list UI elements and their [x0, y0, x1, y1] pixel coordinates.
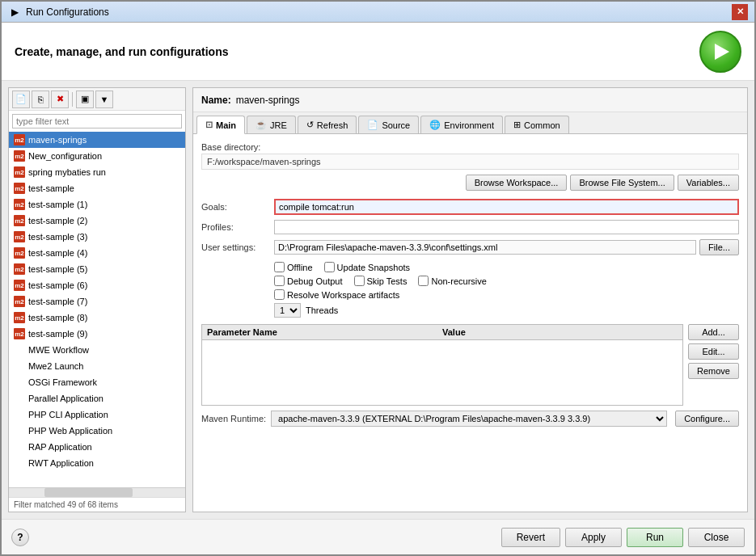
name-label: Name: [201, 95, 231, 106]
list-item[interactable]: m2 test-sample (7) [9, 293, 185, 310]
run-icon-button[interactable] [699, 31, 741, 73]
run-configurations-window: ▶ Run Configurations ✕ Create, manage, a… [0, 0, 756, 556]
filter-input[interactable] [12, 114, 182, 128]
revert-button[interactable]: Revert [501, 528, 560, 547]
config-item-label: PHP Web Application [28, 426, 112, 436]
view-menu-button[interactable]: ▼ [95, 91, 113, 108]
list-item[interactable]: Parallel Application [9, 390, 185, 406]
list-item[interactable]: RAP Application [9, 439, 185, 455]
list-item[interactable]: m2 test-sample (6) [9, 277, 185, 293]
resolve-workspace-label: Resolve Workspace artifacts [287, 290, 399, 300]
name-value: maven-springs [236, 95, 300, 106]
list-item[interactable]: MWE Workflow [9, 342, 185, 358]
maven-runtime-row: Maven Runtime: apache-maven-3.3.9 (EXTER… [201, 411, 739, 427]
debug-output-label: Debug Output [287, 276, 343, 286]
parameter-table-body[interactable] [202, 340, 682, 405]
profiles-label: Profiles: [201, 222, 274, 232]
horizontal-scrollbar[interactable] [9, 487, 185, 497]
list-item[interactable]: m2 test-sample (8) [9, 310, 185, 326]
config-item-label: test-sample (7) [28, 297, 87, 306]
header-title: Create, manage, and run configurations [15, 45, 229, 58]
config-list: m2 maven-springs m2 New_configuration m2… [9, 132, 185, 487]
window-title: Run Configurations [26, 6, 732, 18]
file-button[interactable]: File... [699, 239, 739, 255]
variables-button[interactable]: Variables... [678, 175, 739, 191]
resolve-workspace-checkbox[interactable] [274, 289, 285, 300]
goals-row: Goals: [201, 199, 739, 215]
tab-refresh[interactable]: ↺ Refresh [298, 116, 357, 133]
source-tab-icon: 📄 [367, 120, 378, 130]
config-item-label: RAP Application [28, 442, 92, 452]
config-item-label: OSGi Framework [28, 377, 97, 387]
new-config-button[interactable]: 📄 [12, 91, 30, 108]
tab-jre[interactable]: ☕ JRE [247, 116, 296, 133]
config-item-label: test-sample (6) [28, 280, 87, 290]
list-item[interactable]: m2 spring mybaties run [9, 164, 185, 180]
add-parameter-button[interactable]: Add... [688, 324, 739, 340]
tab-source[interactable]: 📄 Source [358, 116, 419, 133]
apply-button[interactable]: Apply [565, 528, 622, 547]
tab-main[interactable]: ⊡ Main [196, 116, 245, 134]
skip-tests-label: Skip Tests [367, 276, 408, 286]
edit-parameter-button[interactable]: Edit... [688, 343, 739, 360]
m2-icon: m2 [14, 263, 25, 275]
config-item-label: test-sample (4) [28, 248, 87, 258]
goals-input[interactable] [274, 199, 739, 215]
list-item[interactable]: m2 test-sample (9) [9, 326, 185, 342]
user-settings-input[interactable] [274, 240, 696, 255]
resolve-workspace-checkbox-item: Resolve Workspace artifacts [274, 289, 399, 300]
list-item[interactable]: m2 test-sample (4) [9, 245, 185, 261]
config-item-label: New_configuration [28, 151, 102, 161]
delete-config-button[interactable]: ✖ [51, 91, 69, 108]
tab-environment[interactable]: 🌐 Environment [420, 116, 503, 133]
list-item[interactable]: m2 test-sample (5) [9, 261, 185, 277]
profiles-input[interactable] [274, 220, 739, 234]
debug-output-checkbox[interactable] [274, 276, 285, 286]
refresh-tab-icon: ↺ [306, 120, 314, 130]
list-item[interactable]: Mwe2 Launch [9, 358, 185, 374]
duplicate-config-button[interactable]: ⎘ [32, 91, 49, 108]
left-panel: 📄 ⎘ ✖ ▣ ▼ m2 maven-springs m2 New_config… [8, 87, 186, 512]
config-item-label: Parallel Application [28, 394, 103, 403]
config-item-label: spring mybaties run [28, 167, 106, 177]
user-settings-row: User settings: File... [201, 239, 739, 255]
browse-file-system-button[interactable]: Browse File System... [570, 175, 674, 191]
non-recursive-label: Non-recursive [431, 276, 486, 286]
skip-tests-checkbox[interactable] [354, 276, 365, 286]
main-tab-label: Main [216, 120, 236, 130]
list-item[interactable]: OSGi Framework [9, 374, 185, 390]
header-bar: Create, manage, and run configurations [2, 23, 754, 81]
list-item[interactable]: PHP CLI Application [9, 406, 185, 423]
left-toolbar: 📄 ⎘ ✖ ▣ ▼ [9, 88, 185, 111]
m2-icon: m2 [14, 199, 25, 210]
close-window-button[interactable]: ✕ [732, 4, 748, 20]
threads-select[interactable]: 1 2 4 [274, 303, 301, 318]
close-button[interactable]: Close [688, 528, 745, 547]
maven-runtime-select[interactable]: apache-maven-3.3.9 (EXTERNAL D:\Program … [271, 411, 667, 427]
list-item[interactable]: PHP Web Application [9, 423, 185, 439]
list-item[interactable]: RWT Application [9, 455, 185, 471]
param-value-header: Value [442, 327, 678, 337]
list-item[interactable]: m2 maven-springs [9, 132, 185, 148]
list-item[interactable]: m2 test-sample (3) [9, 229, 185, 245]
list-item[interactable]: m2 test-sample (2) [9, 213, 185, 229]
non-recursive-checkbox[interactable] [418, 276, 429, 286]
parameter-section: Parameter Name Value Add... Edit... Remo… [201, 324, 739, 406]
run-button[interactable]: Run [627, 528, 683, 547]
browse-workspace-button[interactable]: Browse Workspace... [466, 175, 568, 191]
update-snapshots-checkbox[interactable] [324, 262, 335, 272]
configure-button[interactable]: Configure... [675, 411, 739, 427]
list-item[interactable]: m2 New_configuration [9, 148, 185, 164]
tab-common[interactable]: ⊞ Common [505, 116, 569, 133]
remove-parameter-button[interactable]: Remove [688, 363, 739, 379]
list-item[interactable]: m2 test-sample [9, 180, 185, 196]
environment-tab-icon: 🌐 [429, 120, 441, 130]
list-item[interactable]: m2 test-sample (1) [9, 196, 185, 213]
offline-checkbox[interactable] [274, 262, 285, 272]
collapse-all-button[interactable]: ▣ [76, 91, 94, 108]
user-settings-label: User settings: [201, 242, 274, 252]
m2-icon: m2 [14, 231, 25, 242]
main-tab-icon: ⊡ [205, 120, 213, 130]
config-item-label: MWE Workflow [28, 345, 89, 355]
help-button[interactable]: ? [11, 529, 29, 546]
